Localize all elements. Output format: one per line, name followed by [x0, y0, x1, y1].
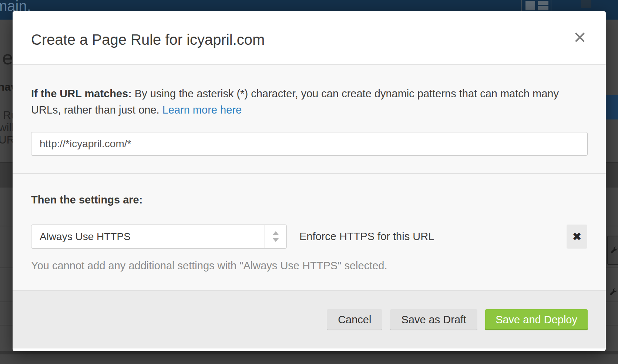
dimmed-text-fragment: will	[0, 121, 14, 134]
dimmed-edit-button-fragment	[608, 285, 618, 300]
create-page-rule-modal: Create a Page Rule for icyapril.com × If…	[13, 11, 606, 351]
chevron-up-icon	[272, 231, 279, 235]
split-view-icon	[538, 6, 548, 10]
select-spinner-icon[interactable]	[265, 225, 286, 248]
modal-header: Create a Page Rule for icyapril.com ×	[13, 11, 606, 64]
toolbar-separator	[551, 0, 551, 11]
modal-body: If the URL matches: By using the asteris…	[13, 64, 606, 290]
url-match-description: If the URL matches: By using the asteris…	[31, 85, 579, 118]
chevron-down-icon	[272, 238, 279, 242]
save-and-deploy-button[interactable]: Save and Deploy	[485, 309, 588, 330]
dimmed-page-shadow-band	[0, 351, 618, 354]
modal-title: Create a Page Rule for icyapril.com	[31, 31, 265, 48]
setting-description: Enforce HTTPS for this URL	[299, 230, 434, 243]
cancel-button[interactable]: Cancel	[327, 309, 382, 330]
remove-setting-button[interactable]: ✖	[567, 225, 587, 249]
dimmed-edit-button-fragment	[607, 236, 618, 265]
dimmed-toolbar-icon	[581, 0, 591, 8]
close-icon[interactable]: ×	[570, 27, 590, 47]
save-as-draft-button[interactable]: Save as Draft	[390, 309, 477, 330]
learn-more-link[interactable]: Learn more here	[162, 104, 242, 116]
setting-select-value: Always Use HTTPS	[31, 225, 265, 248]
split-view-icon	[525, 1, 535, 10]
remove-icon: ✖	[572, 230, 581, 243]
setting-helper-text: You cannot add any additional settings w…	[31, 260, 587, 272]
settings-section: Then the settings are: Always Use HTTPS …	[13, 174, 606, 290]
wrench-icon	[609, 246, 618, 255]
url-match-label: If the URL matches:	[31, 88, 132, 100]
setting-row: Always Use HTTPS Enforce HTTPS for this …	[31, 225, 587, 249]
toolbar-separator	[521, 0, 522, 11]
dimmed-blue-button-fragment	[606, 95, 618, 119]
dimmed-heading-fragment: e	[2, 47, 13, 69]
split-view-icon	[538, 1, 548, 5]
settings-heading: Then the settings are:	[31, 194, 587, 206]
screen: main. e nav Ru will UR Create a Page Rul…	[0, 0, 618, 364]
wrench-icon	[608, 287, 618, 297]
url-pattern-input[interactable]	[31, 132, 588, 156]
setting-select[interactable]: Always Use HTTPS	[31, 225, 287, 249]
modal-footer: Cancel Save as Draft Save and Deploy	[13, 290, 606, 348]
url-match-section: If the URL matches: By using the asteris…	[13, 65, 606, 156]
